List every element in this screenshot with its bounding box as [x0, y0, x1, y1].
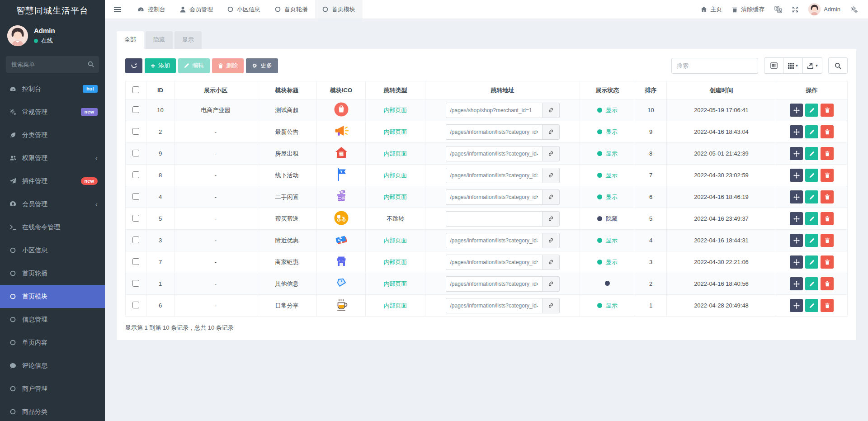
row-edit-button[interactable] — [805, 212, 818, 225]
sidebar-item[interactable]: 商品分类 — [0, 400, 105, 421]
drag-button[interactable] — [790, 234, 803, 247]
sidebar-item[interactable]: 首页轮播 — [0, 262, 105, 285]
status-badge[interactable]: 显示 — [597, 258, 618, 266]
row-checkbox[interactable] — [132, 171, 139, 178]
more-button[interactable]: 更多 — [246, 58, 278, 73]
row-delete-button[interactable] — [821, 169, 834, 182]
drag-button[interactable] — [790, 125, 803, 138]
row-edit-button[interactable] — [805, 104, 818, 117]
sidebar-item[interactable]: 分类管理 — [0, 123, 105, 147]
sidebar-item[interactable]: 权限管理‹ — [0, 147, 105, 170]
jump-url-input[interactable] — [446, 146, 542, 161]
hamburger-icon[interactable] — [105, 0, 130, 19]
refresh-button[interactable] — [125, 58, 142, 73]
jump-url-input[interactable] — [446, 211, 542, 227]
topbar-tab[interactable]: 首页轮播 — [268, 0, 315, 19]
link-button[interactable] — [542, 211, 560, 227]
row-delete-button[interactable] — [821, 277, 834, 290]
topbar-tab[interactable]: 控制台 — [130, 0, 173, 19]
row-checkbox[interactable] — [132, 280, 139, 287]
drag-button[interactable] — [790, 277, 803, 290]
status-badge[interactable]: 隐藏 — [597, 215, 618, 223]
row-checkbox[interactable] — [132, 237, 139, 243]
table-search-input[interactable] — [671, 58, 758, 74]
row-delete-button[interactable] — [821, 104, 834, 117]
row-edit-button[interactable] — [805, 169, 818, 182]
jump-url-input[interactable] — [446, 298, 542, 313]
drag-button[interactable] — [790, 104, 803, 117]
filter-tab[interactable]: 全部 — [117, 31, 144, 49]
jump-url-input[interactable] — [446, 103, 542, 118]
delete-button[interactable]: 删除 — [212, 58, 244, 73]
sidebar-item[interactable]: 插件管理new — [0, 170, 105, 193]
drag-button[interactable] — [790, 255, 803, 269]
row-edit-button[interactable] — [805, 277, 818, 290]
sidebar-item[interactable]: 控制台hot — [0, 77, 105, 100]
link-button[interactable] — [542, 146, 560, 161]
menu-search-input[interactable] — [6, 56, 99, 73]
fullscreen-button[interactable] — [787, 0, 803, 19]
row-delete-button[interactable] — [821, 125, 834, 138]
sidebar-item[interactable]: 在线命令管理 — [0, 216, 105, 239]
search-button[interactable] — [828, 57, 848, 74]
select-all-checkbox[interactable] — [132, 86, 139, 93]
topbar-tab[interactable]: 小区信息 — [220, 0, 268, 19]
drag-button[interactable] — [790, 212, 803, 225]
status-badge[interactable]: 显示 — [597, 128, 618, 136]
add-button[interactable]: 添加 — [145, 58, 176, 73]
status-badge[interactable]: 显示 — [597, 171, 618, 180]
status-badge[interactable]: 显示 — [597, 106, 618, 114]
sidebar-item[interactable]: 单页内容 — [0, 331, 105, 354]
link-button[interactable] — [542, 276, 560, 292]
jump-url-input[interactable] — [446, 255, 542, 270]
language-button[interactable] — [769, 0, 787, 19]
drag-button[interactable] — [790, 299, 803, 312]
row-delete-button[interactable] — [821, 190, 834, 203]
row-checkbox[interactable] — [132, 258, 139, 265]
avatar[interactable] — [7, 25, 28, 46]
link-button[interactable] — [542, 124, 560, 140]
row-checkbox[interactable] — [132, 150, 139, 156]
drag-button[interactable] — [790, 190, 803, 203]
row-delete-button[interactable] — [821, 299, 834, 312]
sidebar-item[interactable]: 常规管理new — [0, 100, 105, 123]
drag-button[interactable] — [790, 147, 803, 160]
row-checkbox[interactable] — [132, 302, 139, 308]
jump-url-input[interactable] — [446, 276, 542, 292]
row-checkbox[interactable] — [132, 128, 139, 135]
link-button[interactable] — [542, 255, 560, 270]
jump-url-input[interactable] — [446, 189, 542, 205]
row-delete-button[interactable] — [821, 147, 834, 160]
status-badge[interactable]: 显示 — [597, 237, 618, 245]
status-badge[interactable]: 显示 — [597, 193, 618, 201]
status-badge[interactable] — [605, 281, 610, 286]
link-button[interactable] — [542, 233, 560, 248]
row-checkbox[interactable] — [132, 215, 139, 222]
topbar-tab[interactable]: 首页模块 — [315, 0, 363, 19]
jump-url-input[interactable] — [446, 124, 542, 140]
settings-button[interactable] — [845, 0, 863, 19]
columns-button[interactable]: ▾ — [783, 57, 803, 74]
clear-cache-button[interactable]: 清除缓存 — [727, 0, 769, 19]
row-checkbox[interactable] — [132, 193, 139, 200]
edit-button[interactable]: 编辑 — [178, 58, 210, 73]
row-edit-button[interactable] — [805, 125, 818, 138]
row-edit-button[interactable] — [805, 299, 818, 312]
link-button[interactable] — [542, 168, 560, 183]
row-edit-button[interactable] — [805, 147, 818, 160]
jump-url-input[interactable] — [446, 233, 542, 248]
link-button[interactable] — [542, 298, 560, 313]
filter-tab[interactable]: 显示 — [175, 31, 202, 49]
status-badge[interactable]: 显示 — [597, 302, 618, 310]
export-button[interactable]: ▾ — [803, 57, 822, 74]
jump-url-input[interactable] — [446, 168, 542, 183]
sidebar-item[interactable]: 小区信息 — [0, 239, 105, 262]
row-delete-button[interactable] — [821, 212, 834, 225]
row-edit-button[interactable] — [805, 190, 818, 203]
sidebar-item[interactable]: 评论信息 — [0, 354, 105, 377]
row-edit-button[interactable] — [805, 234, 818, 247]
row-edit-button[interactable] — [805, 255, 818, 269]
sidebar-item[interactable]: 信息管理 — [0, 308, 105, 331]
link-button[interactable] — [542, 189, 560, 205]
row-delete-button[interactable] — [821, 234, 834, 247]
